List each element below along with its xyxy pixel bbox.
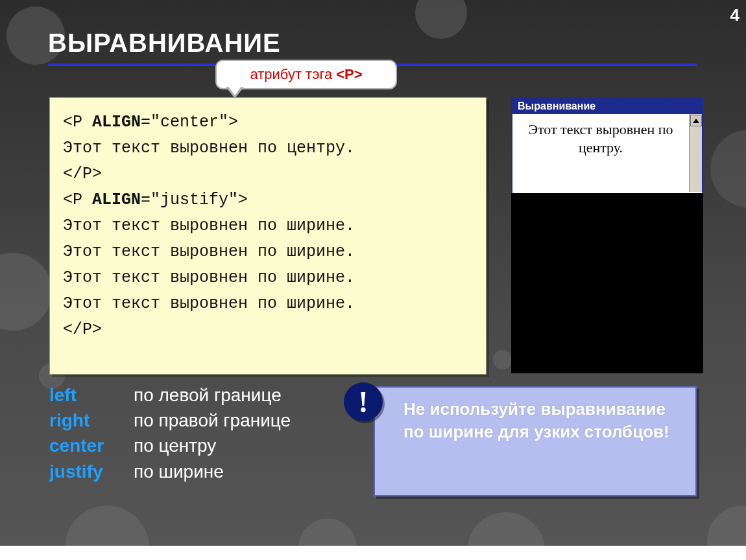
align-legend: leftпо левой границе rightпо правой гран… (49, 382, 291, 484)
warning-icon: ! (344, 382, 383, 421)
preview-content: Этот текст выровнен по центру. (512, 114, 689, 192)
warning-box: Не используйте выравнивание по ширине дл… (374, 386, 697, 496)
legend-val: по центру (134, 433, 216, 458)
legend-row: justifyпо ширине (49, 459, 291, 484)
preview-scrollbar[interactable] (689, 114, 702, 192)
slide-body: 4 ВЫРАВНИВАНИЕ атрибут тэга <P> <P ALIGN… (0, 0, 746, 546)
code-block: <P ALIGN="center"> Этот текст выровнен п… (49, 97, 487, 375)
legend-val: по ширине (134, 459, 224, 484)
callout-text: атрибут тэга (250, 66, 332, 83)
legend-row: rightпо правой границе (49, 408, 291, 433)
slide-title: ВЫРАВНИВАНИЕ (48, 29, 281, 58)
legend-val: по левой границе (134, 382, 282, 408)
legend-key: left (49, 382, 134, 408)
callout-tag: <P> (336, 66, 362, 83)
stage: 4 ВЫРАВНИВАНИЕ атрибут тэга <P> <P ALIGN… (0, 0, 746, 560)
legend-val: по правой границе (134, 408, 291, 433)
preview-window: Выравнивание Этот текст выровнен по цент… (511, 97, 703, 194)
callout-bubble: атрибут тэга <P> (215, 60, 397, 89)
legend-key: center (49, 433, 134, 458)
preview-titlebar: Выравнивание (512, 99, 702, 114)
legend-row: centerпо центру (49, 433, 291, 458)
page-number: 4 (730, 5, 740, 25)
legend-key: right (49, 408, 134, 433)
legend-row: leftпо левой границе (49, 382, 291, 408)
preview-body: Этот текст выровнен по центру. (512, 114, 702, 192)
scroll-up-icon[interactable] (690, 115, 702, 126)
preview-mask (511, 193, 703, 373)
legend-key: justify (49, 459, 134, 484)
